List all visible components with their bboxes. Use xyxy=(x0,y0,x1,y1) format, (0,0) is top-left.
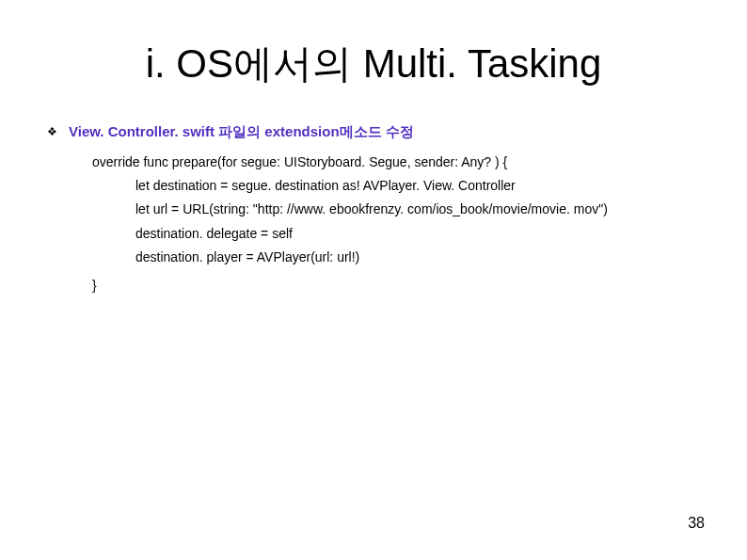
diamond-bullet-icon: ❖ xyxy=(47,125,57,138)
bullet-label: View. Controller. swift 파일의 extendsion메소… xyxy=(69,123,414,141)
page-title: i. OS에서의 Multi. Tasking xyxy=(47,38,700,90)
code-line: override func prepare(for segue: UIStory… xyxy=(92,151,700,174)
code-line: let destination = segue. destination as!… xyxy=(135,174,700,198)
code-line: destination. player = AVPlayer(url: url!… xyxy=(135,246,700,269)
bullet-item: ❖ View. Controller. swift 파일의 extendsion… xyxy=(47,123,700,141)
code-block: override func prepare(for segue: UIStory… xyxy=(92,151,700,297)
code-line: let url = URL(string: "http: //www. eboo… xyxy=(135,198,700,221)
page-number: 38 xyxy=(688,515,705,532)
slide: i. OS에서의 Multi. Tasking ❖ View. Controll… xyxy=(0,0,747,560)
code-close-brace: } xyxy=(92,274,700,297)
code-line: destination. delegate = self xyxy=(135,222,700,246)
